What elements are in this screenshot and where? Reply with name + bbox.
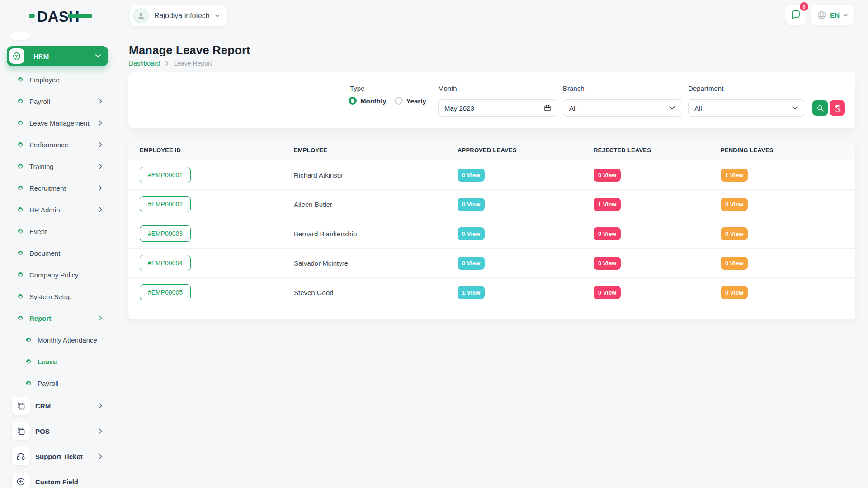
employee-id-button[interactable]: #EMP00003 — [140, 225, 191, 242]
chevron-right-icon — [98, 141, 103, 148]
approved-leaves-badge[interactable]: 0 View — [458, 169, 485, 182]
bullet-icon — [18, 77, 23, 82]
language-selector[interactable]: EN — [811, 5, 854, 25]
rejected-leaves-badge[interactable]: 0 View — [594, 257, 621, 270]
sidebar-item-leave[interactable]: Leave — [0, 351, 116, 372]
bullet-icon — [18, 99, 23, 103]
windows-copy-icon — [16, 427, 25, 436]
table-row: #EMP00005 Steven Good 1 View 0 View 0 Vi… — [128, 278, 855, 307]
sidebar-module-support-ticket[interactable]: Support Ticket — [0, 444, 116, 469]
reset-button[interactable] — [830, 100, 845, 116]
rejected-leaves-badge[interactable]: 0 View — [594, 286, 621, 299]
pending-leaves-badge[interactable]: 0 View — [721, 227, 748, 240]
bullet-icon — [18, 272, 23, 277]
col-pending-leaves: PENDING LEAVES — [721, 147, 855, 154]
sidebar-item-report[interactable]: Report — [0, 307, 116, 329]
company-switcher[interactable]: Rajodiya infotech — [130, 5, 227, 26]
sidebar-menu: Employee Payroll Leave Management Perfor… — [0, 69, 116, 394]
sidebar-item-performance[interactable]: Performance — [0, 134, 116, 155]
chevron-right-icon — [98, 98, 103, 104]
clipboard-off-icon — [834, 104, 841, 112]
pending-leaves-badge[interactable]: 0 View — [721, 257, 748, 270]
radio-yearly-label: Yearly — [406, 97, 426, 105]
sidebar-module-custom-field[interactable]: Custom Field — [0, 469, 116, 488]
messages-badge: 0 — [800, 2, 808, 11]
chevron-down-icon — [843, 14, 848, 17]
employee-name: Aileen Butler — [294, 201, 458, 208]
search-button[interactable] — [812, 100, 828, 116]
radio-monthly[interactable]: Monthly — [349, 97, 387, 105]
sidebar-group-hrm[interactable]: HRM — [7, 46, 108, 66]
sidebar-item-training[interactable]: Training — [0, 155, 116, 177]
sidebar-item-label: Report — [29, 314, 91, 322]
pending-leaves-badge[interactable]: 0 View — [721, 198, 748, 211]
employee-id-button[interactable]: #EMP00004 — [140, 255, 191, 271]
sidebar-module-label: Custom Field — [35, 478, 93, 486]
user-icon — [137, 11, 146, 20]
sidebar-item-label: Monthly Attendance — [38, 336, 97, 344]
messages-button[interactable]: 0 — [785, 5, 806, 25]
table-row: #EMP00003 Bernard Blankenship 0 View 0 V… — [128, 219, 855, 249]
radio-yearly[interactable]: Yearly — [395, 97, 426, 105]
employee-name: Bernard Blankenship — [294, 230, 458, 238]
branch-label: Branch — [563, 84, 585, 92]
sidebar-item-label: Recruitment — [29, 184, 91, 192]
headset-icon — [16, 452, 25, 461]
sidebar-item-recruitment[interactable]: Recruitment — [0, 177, 116, 199]
filter-panel: Type Monthly Yearly Month May 2023 Branc… — [128, 72, 855, 128]
pending-leaves-badge[interactable]: 1 View — [721, 169, 748, 182]
sidebar-item-event[interactable]: Event — [0, 221, 116, 242]
calendar-icon — [544, 104, 551, 112]
chevron-right-icon — [165, 61, 169, 66]
table-row: #EMP00002 Aileen Butler 0 View 1 View 0 … — [128, 190, 855, 219]
radio-monthly-label: Monthly — [360, 97, 387, 105]
sidebar-item-payroll[interactable]: Payroll — [0, 372, 116, 394]
bullet-icon — [18, 164, 23, 169]
sidebar-item-hr-admin[interactable]: HR Admin — [0, 199, 116, 221]
radio-unchecked-icon[interactable] — [395, 97, 403, 105]
chevron-right-icon — [98, 163, 103, 169]
employee-id-button[interactable]: #EMP00002 — [140, 196, 191, 212]
rejected-leaves-badge[interactable]: 1 View — [594, 198, 621, 211]
sidebar-peek-box — [11, 32, 30, 40]
sidebar-item-company-policy[interactable]: Company Policy — [0, 264, 116, 286]
bullet-icon — [18, 316, 23, 320]
sidebar-item-leave-management[interactable]: Leave Management — [0, 112, 116, 134]
pending-leaves-badge[interactable]: 0 View — [721, 286, 748, 299]
sidebar-module-pos[interactable]: POS — [0, 418, 116, 444]
month-input[interactable]: May 2023 — [438, 99, 557, 117]
sidebar-item-system-setup[interactable]: System Setup — [0, 286, 116, 307]
rejected-leaves-badge[interactable]: 0 View — [594, 169, 621, 182]
sidebar-item-document[interactable]: Document — [0, 242, 116, 264]
chevron-right-icon — [98, 428, 103, 434]
topbar-actions: 0 EN — [785, 5, 854, 25]
sidebar-item-label: HR Admin — [29, 206, 91, 214]
approved-leaves-badge[interactable]: 0 View — [458, 198, 485, 211]
bullet-icon — [18, 207, 23, 212]
plus-circle-icon — [16, 477, 25, 486]
employee-name: Steven Good — [294, 289, 458, 296]
company-name: Rajodiya infotech — [154, 12, 210, 20]
approved-leaves-badge[interactable]: 0 View — [458, 257, 485, 270]
sidebar-module-crm[interactable]: CRM — [0, 393, 116, 418]
branch-select[interactable]: All — [563, 99, 681, 117]
radio-checked-icon[interactable] — [349, 97, 357, 105]
sidebar-item-label: Document — [29, 249, 91, 257]
sidebar-item-label: System Setup — [29, 293, 91, 300]
employee-id-button[interactable]: #EMP00001 — [140, 167, 191, 183]
sidebar-item-payroll[interactable]: Payroll — [0, 90, 116, 112]
rejected-leaves-badge[interactable]: 0 View — [594, 227, 621, 240]
brand-logo[interactable]: DASH — [29, 5, 92, 25]
bullet-icon — [18, 251, 23, 255]
month-label: Month — [438, 84, 457, 92]
approved-leaves-badge[interactable]: 0 View — [458, 227, 485, 240]
breadcrumb-dashboard[interactable]: Dashboard — [129, 60, 160, 67]
approved-leaves-badge[interactable]: 1 View — [458, 286, 485, 299]
chevron-down-icon — [792, 106, 798, 110]
employee-id-button[interactable]: #EMP00005 — [140, 284, 191, 300]
col-employee: EMPLOYEE — [294, 147, 458, 154]
sidebar-item-employee[interactable]: Employee — [0, 69, 116, 90]
department-select[interactable]: All — [688, 99, 804, 117]
sidebar-item-monthly-attendance[interactable]: Monthly Attendance — [0, 329, 116, 351]
bullet-icon — [18, 229, 23, 234]
